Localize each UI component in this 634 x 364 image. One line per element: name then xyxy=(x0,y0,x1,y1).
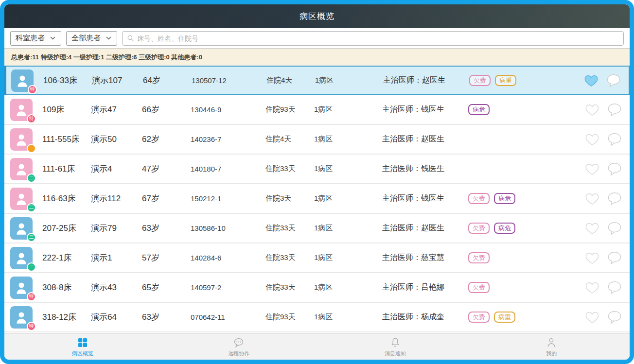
status-tags: 欠费 xyxy=(467,282,575,293)
favorite-icon[interactable] xyxy=(584,103,600,117)
patient-row[interactable]: 二111-61床演示447岁140180-7住院33天1病区主治医师：钱医生 xyxy=(4,155,630,184)
status-tags: 欠费病危 xyxy=(467,193,575,204)
patient-age: 63岁 xyxy=(142,223,191,234)
filter-bar: 科室患者 全部患者 xyxy=(4,28,630,49)
search-icon xyxy=(127,35,134,42)
attending-doctor: 主治医师：慈宝慧 xyxy=(382,253,467,263)
patient-avatar: 特 xyxy=(10,99,33,121)
bed-number: 111-61床 xyxy=(42,163,91,174)
attending-doctor: 主治医师：钱医生 xyxy=(382,104,467,115)
care-level-badge: 特 xyxy=(27,292,36,301)
tab-label: 我的 xyxy=(546,350,557,357)
bell-icon xyxy=(389,337,401,348)
patient-id: 140284-6 xyxy=(191,254,265,262)
status-tags: 欠费病重 xyxy=(468,75,574,86)
message-icon[interactable] xyxy=(606,251,623,265)
patient-age: 64岁 xyxy=(143,75,192,86)
favorite-icon[interactable] xyxy=(584,191,600,206)
patient-name: 演示4 xyxy=(91,163,142,174)
attending-doctor: 主治医师：钱医生 xyxy=(382,164,467,174)
hospital-days: 住院4天 xyxy=(266,76,315,85)
patient-row[interactable]: 二207-25床演示7963岁130586-10住院33天1病区主治医师：赵医生… xyxy=(4,214,630,243)
bed-number: 207-25床 xyxy=(42,223,91,234)
patient-age: 67岁 xyxy=(142,193,191,204)
patient-avatar: 二 xyxy=(10,247,33,269)
patient-type-dropdown[interactable]: 全部患者 xyxy=(66,31,117,46)
patient-id: 070642-11 xyxy=(191,313,265,321)
patient-id: 140236-7 xyxy=(191,135,265,143)
hospital-days: 住院33天 xyxy=(265,224,314,233)
message-icon[interactable] xyxy=(606,191,623,206)
bottom-nav: 病区概览 远程协作 消息通知 我的 xyxy=(4,333,630,360)
bed-number: 318-12床 xyxy=(42,312,91,323)
tab-remote-collaboration[interactable]: 远程协作 xyxy=(161,334,317,360)
patient-age: 57岁 xyxy=(142,252,191,263)
status-tags: 欠费病重 xyxy=(467,312,575,323)
favorite-icon[interactable] xyxy=(584,162,600,176)
favorite-icon[interactable] xyxy=(584,221,600,236)
message-icon[interactable] xyxy=(606,132,623,147)
status-tag: 病危 xyxy=(494,223,515,234)
grid-icon xyxy=(77,337,88,348)
attending-doctor: 主治医师：钱医生 xyxy=(382,193,467,204)
title-bar: 病区概览 xyxy=(4,4,630,28)
hospital-days: 住院93天 xyxy=(265,312,314,322)
patient-id: 130507-12 xyxy=(192,76,266,85)
department-dropdown[interactable]: 科室患者 xyxy=(10,31,61,46)
stats-bar: 总患者:11 特级护理:4 一级护理:1 二级护理:6 三级护理:0 其他患者:… xyxy=(4,49,630,66)
ward-name: 1病区 xyxy=(315,76,383,85)
favorite-icon[interactable] xyxy=(583,73,599,88)
row-action-icons xyxy=(575,191,630,206)
hospital-days: 住院33天 xyxy=(265,253,314,262)
patient-avatar: 特 xyxy=(11,69,34,92)
status-tag: 欠费 xyxy=(468,312,490,323)
status-tag: 病重 xyxy=(494,312,515,323)
bed-number: 111-555床 xyxy=(42,134,91,145)
message-icon[interactable] xyxy=(606,162,623,176)
patient-row[interactable]: 特106-33床演示10764岁130507-12住院4天1病区主治医师：赵医生… xyxy=(4,66,630,95)
hospital-days: 住院33天 xyxy=(265,283,314,292)
message-icon[interactable] xyxy=(606,103,623,117)
ward-name: 1病区 xyxy=(314,164,382,173)
ward-name: 1病区 xyxy=(314,194,382,203)
tab-label: 病区概览 xyxy=(72,350,93,357)
patient-row[interactable]: 二222-1床演示157岁140284-6住院33天1病区主治医师：慈宝慧欠费 xyxy=(4,243,630,273)
ward-name: 1病区 xyxy=(314,135,382,144)
collab-bubble-icon xyxy=(233,337,245,348)
tab-profile[interactable]: 我的 xyxy=(474,334,630,360)
favorite-icon[interactable] xyxy=(584,251,600,265)
patient-row[interactable]: 二116-63床演示11267岁150212-1住院3天1病区主治医师：钱医生欠… xyxy=(4,184,630,214)
patient-row[interactable]: 特318-12床演示6463岁070642-11住院93天1病区主治医师：杨成奎… xyxy=(4,303,630,332)
tab-ward-overview[interactable]: 病区概览 xyxy=(4,334,161,360)
bed-number: 116-63床 xyxy=(42,193,91,204)
patient-row[interactable]: 特109床演示4766岁130446-9住院93天1病区主治医师：钱医生病危 xyxy=(4,95,630,125)
favorite-icon[interactable] xyxy=(584,132,600,147)
status-tag: 欠费 xyxy=(469,75,491,86)
message-icon[interactable] xyxy=(606,280,623,295)
patient-id: 130446-9 xyxy=(191,105,265,114)
message-icon[interactable] xyxy=(605,73,622,88)
patient-age: 47岁 xyxy=(142,163,191,174)
profile-icon xyxy=(546,337,557,348)
patient-age: 63岁 xyxy=(142,312,191,323)
attending-doctor: 主治医师：杨成奎 xyxy=(382,312,467,322)
search-box[interactable] xyxy=(122,31,624,46)
bed-number: 222-1床 xyxy=(42,252,91,263)
care-level-badge: 二 xyxy=(27,173,36,183)
search-input[interactable] xyxy=(137,35,619,42)
hospital-days: 住院93天 xyxy=(265,105,314,114)
patient-row[interactable]: 一111-555床演示5062岁140236-7住院4天1病区主治医师：赵医生 xyxy=(4,125,630,155)
favorite-icon[interactable] xyxy=(584,280,600,295)
status-tag: 病重 xyxy=(495,75,516,86)
patient-id: 140597-2 xyxy=(191,283,265,292)
patient-row[interactable]: 特308-8床演示4365岁140597-2住院33天1病区主治医师：吕艳娜欠费 xyxy=(4,273,630,303)
message-icon[interactable] xyxy=(606,221,623,236)
row-action-icons xyxy=(575,310,630,325)
patient-avatar: 特 xyxy=(10,306,33,329)
message-icon[interactable] xyxy=(606,310,623,325)
patient-name: 演示47 xyxy=(91,104,142,115)
tab-label: 远程协作 xyxy=(228,350,249,357)
chevron-down-icon xyxy=(50,35,56,41)
favorite-icon[interactable] xyxy=(584,310,600,325)
tab-message-notifications[interactable]: 消息通知 xyxy=(317,334,474,360)
